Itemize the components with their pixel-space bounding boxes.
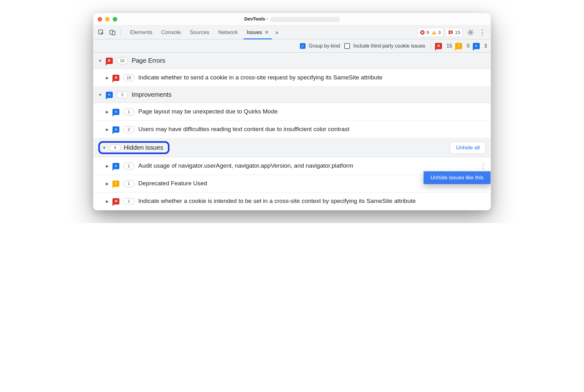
maximize-window-button[interactable] [113,17,117,21]
issue-row[interactable]: ▶ ≡ 1 Audit usage of navigator.userAgent… [93,157,491,175]
chevron-down-icon: ▼ [102,146,106,150]
group-by-kind-toggle[interactable]: ✓ Group by kind [300,43,340,49]
issue-text: Indicate whether a cookie is intended to… [138,197,486,205]
devtools-toolbar: Elements Console Sources Network Issues … [93,26,491,39]
issue-row[interactable]: ▶ ≡ 2 Users may have difficulties readin… [93,121,491,138]
third-party-cookies-label: Include third-party cookie issues [353,43,425,49]
unhide-all-button[interactable]: Unhide all [450,142,486,154]
tab-issues[interactable]: Issues ✕ [242,26,273,39]
issue-row[interactable]: ▶ ✕ 1 Indicate whether a cookie is inten… [93,193,491,210]
tab-console[interactable]: Console [157,26,185,39]
issues-filter-bar: ✓ Group by kind Include third-party cook… [93,39,491,53]
settings-icon[interactable] [467,29,474,36]
chevron-right-icon: ▶ [106,164,109,168]
issue-count: 1 [123,108,135,115]
issue-text: Audit usage of navigator.userAgent, navi… [138,162,486,170]
inspect-element-icon[interactable] [96,28,106,37]
error-count: 9 [427,30,429,35]
issue-row[interactable]: ▶ ≡ 1 Page layout may be unexpected due … [93,103,491,121]
issue-text: Page layout may be unexpected due to Qui… [138,107,486,116]
group-page-errors-header[interactable]: ▼ ✕ 15 Page Errors [93,53,491,69]
info-bubble-icon: ≡ [112,109,119,115]
console-errors-badge[interactable]: 9 3 [417,28,444,37]
more-tabs-icon[interactable]: » [273,29,280,36]
issue-error-icon [448,30,453,35]
issue-row[interactable]: ▶ ✕ 15 Indicate whether to send a cookie… [93,69,491,87]
group-by-kind-label: Group by kind [309,43,340,49]
close-tab-icon[interactable]: ✕ [265,29,269,35]
svg-rect-5 [434,33,434,34]
issue-text: Indicate whether to send a cookie in a c… [138,73,486,82]
minimize-window-button[interactable] [105,17,110,21]
info-bubble-icon: ≡ [112,163,119,169]
warning-bubble-icon: ! [112,181,119,187]
chevron-right-icon: ▶ [106,127,109,132]
issues-summary-counts: ✕ 15 ! 0 ≡ 3 [431,43,487,49]
chevron-right-icon: ▶ [106,76,109,80]
context-menu-item[interactable]: Unhide issues like this [431,175,484,181]
group-title: Hidden issues [124,144,163,151]
error-bubble-icon: ✕ [435,43,442,49]
context-menu-unhide[interactable]: Unhide issues like this [423,171,491,184]
hidden-issues-highlight: ▼ 3 Hidden issues [98,141,169,154]
error-icon [420,30,425,35]
devtools-tabs: Elements Console Sources Network Issues … [126,26,280,39]
issue-count: 1 [123,180,135,187]
group-count: 3 [109,144,121,151]
warning-count: 3 [438,30,441,35]
window-titlebar: DevTools · [93,13,491,26]
toolbar-divider [120,29,121,36]
issues-count: 15 [455,30,460,35]
error-bubble-icon: ✕ [106,58,113,64]
tab-network[interactable]: Network [214,26,242,39]
issues-badge[interactable]: 15 [445,28,463,37]
info-bubble-icon: ≡ [106,92,113,98]
error-bubble-icon: ✕ [112,75,119,81]
window-controls [98,17,117,21]
chevron-down-icon: ▼ [98,59,102,63]
issue-count: 1 [123,163,135,170]
info-bubble-icon: ≡ [473,43,480,49]
window-title-text: DevTools · [244,16,268,21]
group-count: 3 [117,91,128,98]
issue-count: 15 [123,74,135,81]
issue-row-menu-icon[interactable]: ⋮ [480,162,486,170]
info-bubble-icon: ≡ [112,126,119,133]
svg-rect-2 [112,31,115,35]
issues-content: ▼ ✕ 15 Page Errors ▶ ✕ 15 Indicate wheth… [93,53,491,210]
group-count: 15 [117,57,128,64]
chevron-right-icon: ▶ [106,199,109,204]
error-bubble-icon: ✕ [112,198,119,205]
group-title: Improvements [132,91,172,98]
issue-count: 1 [123,198,135,205]
third-party-cookies-checkbox[interactable] [344,43,350,49]
chevron-right-icon: ▶ [106,110,109,114]
device-toolbar-icon[interactable] [108,28,117,37]
group-by-kind-checkbox[interactable]: ✓ [300,43,306,49]
warning-bubble-icon: ! [455,43,462,49]
svg-point-7 [470,32,472,33]
tab-elements[interactable]: Elements [126,26,157,39]
group-title: Page Errors [132,57,165,64]
tab-sources[interactable]: Sources [185,26,214,39]
issue-text: Users may have difficulties reading text… [138,125,486,134]
close-window-button[interactable] [98,17,102,21]
issue-count: 2 [123,126,135,133]
group-hidden-issues-header[interactable]: ▼ 3 Hidden issues Unhide all [93,138,491,157]
warning-icon [432,30,437,35]
more-options-icon[interactable]: ⋮ [477,28,488,37]
chevron-down-icon: ▼ [98,93,102,97]
window-title-url-placeholder [270,17,340,22]
chevron-right-icon: ▶ [106,182,109,186]
svg-rect-4 [434,32,434,33]
devtools-window: DevTools · Elements Console Sources Netw… [93,13,491,210]
third-party-cookies-toggle[interactable]: Include third-party cookie issues [344,43,425,49]
group-improvements-header[interactable]: ▼ ≡ 3 Improvements [93,87,491,103]
window-title: DevTools · [244,16,340,22]
